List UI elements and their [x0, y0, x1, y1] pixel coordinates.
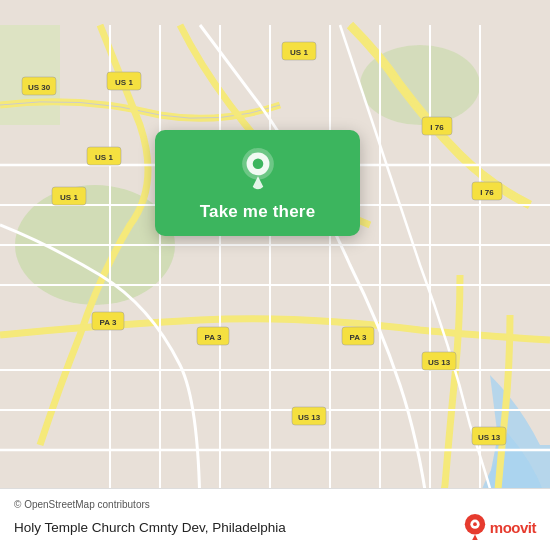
svg-text:US 13: US 13: [298, 413, 321, 422]
location-row: Holy Temple Church Cmnty Dev, Philadelph…: [14, 514, 536, 540]
svg-text:US 30: US 30: [28, 83, 51, 92]
svg-rect-3: [0, 25, 60, 125]
location-pin-icon: [236, 148, 280, 192]
map-attribution: © OpenStreetMap contributors: [14, 499, 536, 510]
svg-text:PA 3: PA 3: [205, 333, 222, 342]
map-roads: US 30 US 1 US 1 US 1 US 1 I 76 I 76 PA 3…: [0, 0, 550, 550]
moovit-logo: moovit: [464, 514, 536, 540]
svg-text:I 76: I 76: [480, 188, 494, 197]
svg-text:PA 3: PA 3: [350, 333, 367, 342]
moovit-brand-text: moovit: [490, 519, 536, 536]
svg-text:PA 3: PA 3: [100, 318, 117, 327]
svg-point-32: [252, 159, 263, 170]
svg-text:US 13: US 13: [428, 358, 451, 367]
svg-text:US 1: US 1: [290, 48, 308, 57]
location-name: Holy Temple Church Cmnty Dev, Philadelph…: [14, 520, 286, 535]
svg-point-35: [473, 522, 477, 526]
take-me-there-button[interactable]: Take me there: [200, 202, 316, 222]
svg-text:US 1: US 1: [115, 78, 133, 87]
svg-text:US 1: US 1: [60, 193, 78, 202]
moovit-pin-icon: [464, 514, 486, 540]
svg-text:US 13: US 13: [478, 433, 501, 442]
navigation-card: Take me there: [155, 130, 360, 236]
svg-text:I 76: I 76: [430, 123, 444, 132]
svg-text:US 1: US 1: [95, 153, 113, 162]
map-container: US 30 US 1 US 1 US 1 US 1 I 76 I 76 PA 3…: [0, 0, 550, 550]
bottom-bar: © OpenStreetMap contributors Holy Temple…: [0, 488, 550, 550]
